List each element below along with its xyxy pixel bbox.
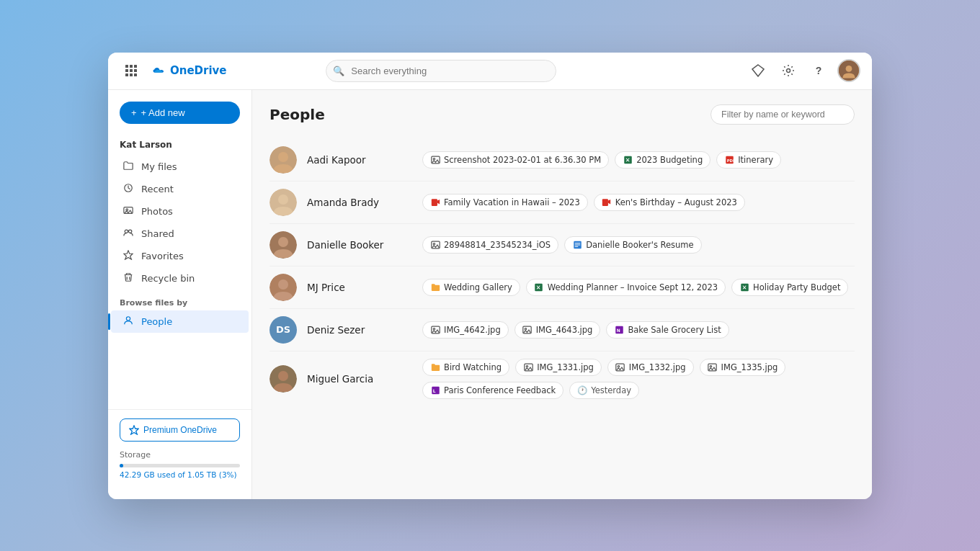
person-row-deniz-sezer[interactable]: DS Deniz Sezer IMG_4642.jpg IMG_4643.jpg… [270,309,855,351]
file-type-icon [572,240,582,250]
clock-icon: 🕐 [577,385,587,395]
premium-button[interactable]: Premium OneDrive [120,418,240,442]
file-chip[interactable]: IMG_1335.jpg [700,359,786,376]
person-files: 28948814_23545234_iOS Danielle Booker's … [422,236,855,254]
favorites-icon [122,250,134,262]
file-chip-name: IMG_1331.jpg [537,362,594,372]
sidebar-item-shared-label: Shared [141,228,174,239]
page-title: People [270,106,325,123]
storage-bar-background [120,464,240,467]
person-row-danielle-booker[interactable]: Danielle Booker 28948814_23545234_iOS Da… [270,224,855,266]
person-files: Wedding Gallery Wedding Planner – Invoic… [422,279,855,296]
sidebar-item-shared[interactable]: Shared [111,223,249,245]
grid-menu-icon[interactable] [120,59,143,82]
photos-icon [122,205,134,218]
search-icon: 🔍 [333,66,344,76]
svg-point-24 [433,158,435,159]
file-chip[interactable]: 2023 Budgeting [615,151,710,169]
sidebar-item-favorites-label: Favorites [141,251,184,261]
svg-point-54 [710,365,711,367]
file-chip-name: Itinerary [738,155,773,165]
page-title-row: People [270,104,855,125]
sidebar-item-favorites[interactable]: Favorites [111,245,249,267]
svg-point-44 [525,328,526,329]
header-actions: ? [747,59,860,82]
file-type-icon [534,282,544,292]
sidebar-item-photos[interactable]: Photos [111,200,249,223]
sidebar-item-recycle-bin-label: Recycle bin [141,273,195,284]
plus-icon: + [131,107,137,118]
svg-rect-1 [130,65,133,68]
file-chip[interactable]: Wedding Gallery [422,279,520,296]
svg-marker-20 [130,425,138,434]
svg-point-48 [278,371,288,381]
file-type-icon [602,197,612,207]
file-chip[interactable]: Danielle Booker's Resume [564,236,702,254]
sidebar-item-my-files-label: My files [141,161,177,172]
file-chip-name: Paris Conference Feedback [444,385,556,395]
file-chip[interactable]: Bird Watching [422,359,509,376]
search-input[interactable] [326,60,556,82]
file-chip[interactable]: Holiday Party Budget [731,279,848,296]
file-type-icon [522,325,533,335]
file-chip[interactable]: L Paris Conference Feedback [422,382,564,399]
sidebar: + + Add new Kat Larson My files [108,90,252,499]
folder-icon [122,161,134,173]
file-chip[interactable]: Ken's Birthday – August 2023 [594,194,745,211]
file-chip[interactable]: PDF Itinerary [716,151,781,169]
app-logo: OneDrive [151,64,227,77]
body: + + Add new Kat Larson My files [108,90,872,499]
file-chip[interactable]: 28948814_23545234_iOS [422,236,558,254]
person-row-aadi-kapoor[interactable]: Aadi Kapoor Screenshot 2023-02-01 at 6.3… [270,139,855,182]
svg-text:L: L [432,388,435,393]
file-chip-name: Wedding Gallery [444,282,512,292]
person-files: Bird Watching IMG_1331.jpg IMG_1332.jpg … [422,359,855,399]
person-name: MJ Price [307,282,422,293]
shared-icon [122,228,134,240]
svg-rect-30 [431,199,437,206]
file-chip[interactable]: Family Vacation in Hawaii – 2023 [422,194,588,211]
file-chip[interactable]: IMG_4643.jpg [514,321,601,339]
file-chip-name: Screenshot 2023-02-01 at 6.36.30 PM [444,155,601,165]
sidebar-item-recent[interactable]: Recent [111,178,249,200]
browse-nav: People [108,310,251,360]
person-row-miguel-garcia[interactable]: Miguel Garcia Bird Watching IMG_1331.jpg… [270,351,855,406]
svg-rect-2 [134,65,137,68]
add-new-button[interactable]: + + Add new [120,102,240,124]
diamond-icon-button[interactable] [747,59,770,82]
file-chip-name: 28948814_23545234_iOS [444,240,551,250]
filter-input[interactable] [710,104,855,125]
sidebar-footer: Premium OneDrive Storage 42.29 GB used o… [108,409,251,488]
svg-rect-31 [602,199,608,206]
file-chip[interactable]: IMG_4642.jpg [422,321,509,339]
file-chip[interactable]: Screenshot 2023-02-01 at 6.36.30 PM [422,151,609,169]
file-chip[interactable]: Wedding Planner – Invoice Sept 12, 2023 [526,279,726,296]
help-icon-button[interactable]: ? [807,59,830,82]
person-files: IMG_4642.jpg IMG_4643.jpg N Bake Sale Gr… [422,321,855,339]
sidebar-nav: My files Recent [108,156,251,290]
svg-point-16 [125,230,128,233]
user-avatar[interactable] [837,59,860,82]
person-row-mj-price[interactable]: MJ Price Wedding Gallery Wedding Planner… [270,266,855,309]
sidebar-item-people[interactable]: People [111,310,249,333]
person-files: Family Vacation in Hawaii – 2023 Ken's B… [422,194,855,211]
person-row-amanda-brady[interactable]: Amanda Brady Family Vacation in Hawaii –… [270,182,855,224]
file-chip-name: Danielle Booker's Resume [586,240,694,250]
settings-icon-button[interactable] [777,59,800,82]
sidebar-username: Kat Larson [108,135,251,156]
person-name: Aadi Kapoor [307,154,422,166]
file-chip[interactable]: N Bake Sale Grocery List [606,321,729,339]
file-chip[interactable]: IMG_1331.jpg [515,359,602,376]
svg-point-29 [278,194,288,205]
sidebar-item-recycle-bin[interactable]: Recycle bin [111,267,249,290]
file-chip[interactable]: IMG_1332.jpg [607,359,694,376]
search-bar: 🔍 [326,60,556,82]
file-chip-name: Ken's Birthday – August 2023 [615,197,737,207]
svg-point-33 [278,237,288,247]
person-name: Deniz Sezer [307,324,422,336]
svg-point-35 [433,243,435,244]
file-chip-name: Bake Sale Grocery List [628,325,721,335]
sidebar-item-my-files[interactable]: My files [111,156,249,178]
file-chip-name: Family Vacation in Hawaii – 2023 [444,197,580,207]
svg-point-38 [278,279,288,290]
